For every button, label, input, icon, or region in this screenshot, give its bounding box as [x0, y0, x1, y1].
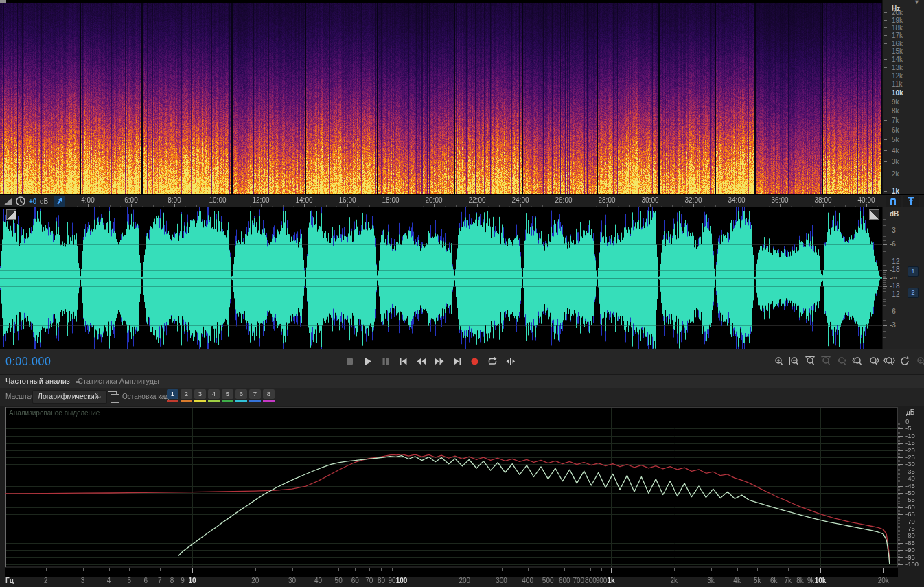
skip-to-start-button[interactable]: [395, 354, 411, 368]
db-axis-tick: [898, 559, 900, 560]
zoom-in-point-button[interactable]: [851, 354, 864, 368]
panel-resize-handle-left[interactable]: [6, 209, 16, 220]
db-tick: [883, 270, 887, 271]
reset-zoom-button[interactable]: [898, 354, 912, 368]
db-tick-label: -3: [890, 322, 896, 329]
db-tick: [883, 249, 886, 249]
scale-dropdown[interactable]: Логарифмический ⌄: [32, 390, 107, 404]
freq-tick: [884, 191, 887, 192]
waveform-db-scale: dB 1 2 -3-3-6-6-12-12-18-18-∞: [882, 207, 924, 349]
timeline-ruler[interactable]: 4:006:008:0010:0012:0014:0016:0018:0020:…: [0, 194, 924, 208]
frame-hold-button-7[interactable]: 7: [249, 389, 261, 402]
panel-tabs: Частотный анализ≡ Статистика Амплитуды: [0, 374, 924, 389]
zoom-vertical-button[interactable]: [914, 354, 924, 368]
spectrogram-panel: Hz ▼ 20k19k18k17k16k15k14k13k12k11k10k9k…: [0, 0, 924, 194]
tab-label: Частотный анализ: [5, 377, 70, 385]
zoom-between-points-button[interactable]: [882, 354, 896, 368]
skip-to-end-button[interactable]: [449, 354, 464, 368]
frequency-plot-canvas[interactable]: [5, 407, 898, 577]
timeline-label: 34:00: [721, 196, 752, 204]
db-axis-tick: [898, 435, 900, 435]
record-button[interactable]: [467, 354, 482, 368]
fast-forward-button[interactable]: [431, 354, 446, 368]
play-button[interactable]: [360, 354, 375, 368]
loop-playback-button[interactable]: [485, 354, 500, 368]
channel-1-badge[interactable]: 1: [908, 266, 919, 277]
freq-tick-label: 10k: [892, 90, 903, 97]
audio-editor-window: Hz ▼ 20k19k18k17k16k15k14k13k12k11k10k9k…: [0, 0, 924, 587]
db-axis-tick: [898, 490, 900, 491]
frame-hold-button-4[interactable]: 4: [208, 389, 220, 402]
db-axis-tick: [898, 460, 900, 461]
db-axis-tick: [898, 485, 900, 485]
hold-number: 5: [222, 389, 233, 399]
frame-hold-button-3[interactable]: 3: [194, 389, 206, 402]
hz-axis-label: 100: [388, 577, 415, 584]
db-unit-label: dB: [890, 210, 899, 218]
hold-color-bar: [208, 400, 220, 402]
waveform-canvas[interactable]: [0, 207, 882, 349]
frame-hold-button-2[interactable]: 2: [181, 389, 192, 402]
db-axis-tick: [898, 454, 900, 455]
channel-2-badge[interactable]: 2: [908, 288, 919, 298]
db-axis-tick: [898, 513, 900, 514]
frame-hold-button-5[interactable]: 5: [222, 389, 233, 402]
rewind-button[interactable]: [413, 354, 428, 368]
zoom-out-point-button[interactable]: [866, 354, 880, 368]
zoom-in-icon: [773, 356, 785, 367]
pin-icon: [908, 197, 914, 206]
db-tick: [883, 331, 886, 332]
panel-menu-caret-icon[interactable]: ▼: [914, 0, 920, 5]
db-tick-label: -6: [890, 308, 896, 315]
db-axis: дБ 0-5-10-15-20-25-30-35-40-45-50-55-60-…: [898, 407, 924, 576]
tab-frequency-analysis[interactable]: Частотный анализ≡: [5, 375, 80, 389]
db-tick: [883, 305, 886, 306]
db-axis-tick: [898, 509, 900, 509]
zoom-in-time-button[interactable]: [772, 354, 785, 368]
gain-value[interactable]: +0: [29, 198, 36, 205]
zoom-to-selection-button[interactable]: [803, 354, 817, 368]
skip-selection-button[interactable]: [503, 354, 518, 368]
freq-tick: [884, 150, 887, 151]
pin-playhead-button[interactable]: [54, 196, 65, 207]
zoom-out-selection-button[interactable]: [819, 354, 833, 368]
freq-tick: [884, 20, 887, 21]
db-tick-label: -∞: [890, 275, 897, 281]
spectrogram-canvas[interactable]: [0, 3, 882, 194]
db-axis-tick: [898, 556, 900, 557]
clock-icon[interactable]: [15, 196, 26, 207]
db-axis-tick: [898, 444, 900, 445]
frame-hold-button-1[interactable]: 1: [167, 389, 178, 402]
zoom-out-time-button[interactable]: [787, 354, 801, 368]
volume-envelope-icon[interactable]: [3, 197, 12, 206]
waveform-panel: dB 1 2 -3-3-6-6-12-12-18-18-∞: [0, 207, 924, 349]
snap-toggle-button[interactable]: [886, 196, 901, 207]
frame-hold-button-6[interactable]: 6: [235, 389, 247, 402]
db-axis-tick: [898, 536, 903, 536]
db-tick-label: -6: [890, 241, 896, 248]
hz-axis-label: 2k: [660, 577, 688, 584]
pause-button[interactable]: [378, 354, 393, 368]
hz-axis-label: 2: [32, 577, 60, 584]
db-axis-tick: [898, 516, 900, 516]
db-axis-tick: [898, 436, 903, 437]
marker-pin-button[interactable]: [903, 196, 919, 207]
zoom-between-icon: [883, 356, 895, 367]
copy-graph-icon[interactable]: [108, 391, 117, 400]
hold-color-bar: [194, 400, 206, 402]
frame-hold-button-8[interactable]: 8: [263, 389, 275, 402]
db-axis-tick: [898, 523, 900, 524]
db-tick: [883, 337, 886, 338]
db-axis-tick: [898, 437, 900, 438]
db-tick: [883, 295, 887, 295]
panel-resize-handle-right[interactable]: [869, 209, 879, 220]
tab-amplitude-statistics[interactable]: Статистика Амплитуды: [78, 375, 159, 388]
stop-button[interactable]: [342, 354, 357, 368]
freq-tick: [884, 93, 887, 93]
db-axis-tick: [898, 500, 903, 500]
playhead-time-display[interactable]: 0:00.000: [5, 356, 51, 368]
db-axis-tick: [898, 449, 900, 450]
freq-tick-label: 7k: [892, 117, 899, 124]
timeline-label: 10:00: [203, 196, 233, 204]
zoom-selection-center-button[interactable]: [835, 354, 848, 368]
